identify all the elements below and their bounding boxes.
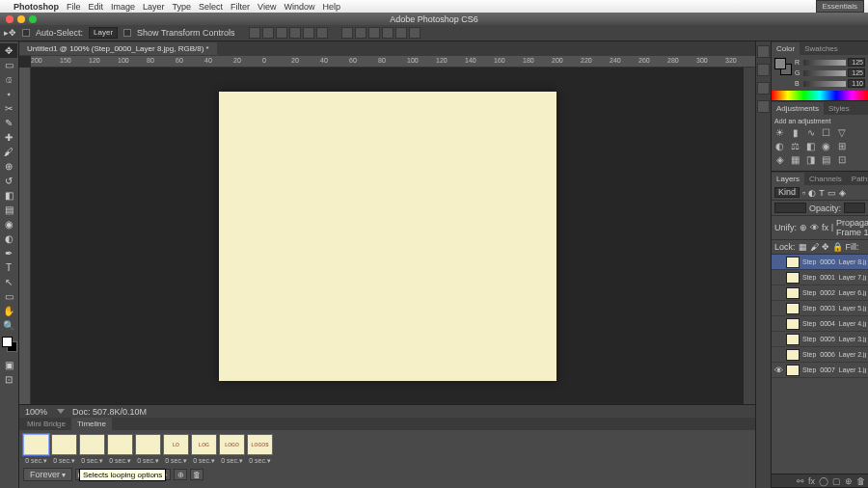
auto-select-checkbox[interactable]: [22, 29, 30, 37]
shape-tool[interactable]: ▭: [0, 289, 17, 304]
layer-thumbnail[interactable]: [786, 272, 800, 284]
r-value[interactable]: 125: [848, 58, 865, 67]
color-swatches[interactable]: [0, 337, 18, 358]
menu-select[interactable]: Select: [199, 2, 223, 12]
opacity-input[interactable]: [844, 203, 865, 213]
tab-mini-bridge[interactable]: Mini Bridge: [21, 418, 71, 430]
app-menu[interactable]: Photoshop: [14, 2, 59, 12]
scrollbar-vertical[interactable]: [744, 68, 755, 404]
layer-filter-kind[interactable]: Kind: [774, 187, 800, 198]
tab-styles[interactable]: Styles: [824, 102, 854, 115]
photo-filter-icon[interactable]: ◉: [821, 141, 831, 151]
levels-icon[interactable]: ▮: [790, 127, 800, 138]
layer-name[interactable]: Step_0004_Layer 4.jpg: [802, 320, 866, 327]
delete-layer-icon[interactable]: 🗑: [856, 476, 865, 486]
menu-file[interactable]: File: [67, 2, 81, 12]
visibility-toggle[interactable]: [773, 288, 783, 298]
layer-thumbnail[interactable]: [786, 349, 800, 361]
pen-tool[interactable]: ✒: [0, 246, 17, 260]
lock-transparency-icon[interactable]: ▦: [799, 242, 807, 252]
tab-timeline[interactable]: Timeline: [71, 418, 112, 430]
layer-row[interactable]: Step_0005_Layer 3.jpg: [772, 332, 868, 347]
layer-thumbnail[interactable]: [786, 334, 800, 345]
visibility-toggle[interactable]: [773, 258, 783, 267]
zoom-tool[interactable]: 🔍: [0, 318, 17, 333]
unify-position-icon[interactable]: ⊕: [800, 223, 807, 232]
b-slider[interactable]: [803, 81, 846, 87]
menu-edit[interactable]: Edit: [89, 2, 104, 12]
tab-swatches[interactable]: Swatches: [800, 42, 843, 55]
bw-icon[interactable]: ◧: [805, 141, 816, 151]
balance-icon[interactable]: ⚖: [790, 141, 800, 151]
propagate-checkbox[interactable]: [831, 224, 833, 231]
posterize-icon[interactable]: ▦: [790, 154, 800, 165]
hue-icon[interactable]: ◐: [774, 141, 785, 151]
layer-name[interactable]: Step_0007_Layer 1.jpg: [802, 366, 866, 373]
layer-name[interactable]: Step_0006_Layer 2.jpg: [802, 351, 866, 358]
filter-shape-icon[interactable]: ▭: [827, 188, 836, 198]
curves-icon[interactable]: ∿: [805, 127, 816, 138]
menu-type[interactable]: Type: [173, 2, 192, 12]
path-tool[interactable]: ↖: [0, 275, 17, 289]
gradient-tool[interactable]: ▤: [0, 203, 17, 217]
align-btn[interactable]: [316, 27, 328, 39]
workspace-switcher[interactable]: Essentials: [816, 0, 864, 13]
crop-tool[interactable]: ✂: [0, 101, 17, 116]
tab-layers[interactable]: Layers: [772, 173, 804, 185]
type-tool[interactable]: T: [0, 260, 17, 275]
menu-view[interactable]: View: [258, 2, 276, 12]
frame-delay[interactable]: 0 sec.▾: [193, 457, 215, 465]
distribute-btn[interactable]: [341, 27, 353, 39]
animation-frame[interactable]: LOGO0 sec.▾: [219, 434, 245, 465]
blend-mode-dropdown[interactable]: [774, 203, 806, 213]
frame-delay[interactable]: 0 sec.▾: [221, 457, 243, 465]
layer-row[interactable]: Step_0004_Layer 4.jpg: [772, 316, 868, 332]
stamp-tool[interactable]: ⊕: [0, 159, 17, 174]
marquee-tool[interactable]: ▭: [0, 58, 17, 72]
frame-delay[interactable]: 0 sec.▾: [25, 457, 47, 465]
dodge-tool[interactable]: ◐: [0, 231, 17, 246]
auto-select-dropdown[interactable]: Layer: [89, 27, 118, 39]
canvas-area[interactable]: [31, 68, 744, 404]
layer-thumbnail[interactable]: [786, 303, 800, 314]
link-layers-icon[interactable]: ⚯: [797, 476, 804, 486]
lock-position-icon[interactable]: ✥: [822, 242, 829, 252]
distribute-btn[interactable]: [382, 27, 393, 39]
frame-delay[interactable]: 0 sec.▾: [137, 457, 159, 465]
foreground-color[interactable]: [2, 337, 13, 347]
minimize-window[interactable]: [17, 15, 25, 23]
new-frame-btn[interactable]: ⊕: [174, 469, 187, 480]
animation-frame[interactable]: 0 sec.▾: [79, 434, 105, 465]
color-spectrum[interactable]: [772, 91, 868, 100]
tab-adjustments[interactable]: Adjustments: [772, 102, 824, 115]
lock-all-icon[interactable]: 🔒: [832, 242, 843, 252]
visibility-toggle[interactable]: [773, 319, 783, 329]
align-btn[interactable]: [262, 27, 274, 39]
layer-name[interactable]: Step_0003_Layer 5.jpg: [802, 305, 866, 312]
g-value[interactable]: 125: [848, 68, 865, 77]
zoom-level[interactable]: 100%: [25, 407, 47, 417]
menu-layer[interactable]: Layer: [143, 2, 165, 12]
animation-frame[interactable]: LO0 sec.▾: [163, 434, 189, 465]
menu-filter[interactable]: Filter: [231, 2, 250, 12]
layer-fx-icon[interactable]: fx: [808, 476, 815, 486]
distribute-btn[interactable]: [368, 27, 380, 39]
tab-color[interactable]: Color: [772, 42, 800, 55]
document-tab[interactable]: Untitled1 @ 100% (Step_0000_Layer 8.jpg,…: [19, 42, 217, 55]
tab-channels[interactable]: Channels: [804, 173, 847, 185]
layer-row[interactable]: Step_0006_Layer 2.jpg: [772, 347, 868, 363]
b-value[interactable]: 110: [848, 79, 865, 88]
layer-thumbnail[interactable]: [786, 365, 800, 376]
brightness-icon[interactable]: ☀: [774, 127, 785, 138]
close-window[interactable]: [6, 15, 14, 23]
frame-delay[interactable]: 0 sec.▾: [109, 457, 131, 465]
layer-thumbnail[interactable]: [786, 257, 800, 268]
animation-frame[interactable]: LOG0 sec.▾: [191, 434, 217, 465]
selective-icon[interactable]: ⊡: [836, 154, 847, 165]
animation-frame[interactable]: 0 sec.▾: [107, 434, 133, 465]
layer-thumbnail[interactable]: [786, 287, 800, 299]
animation-frame[interactable]: 0 sec.▾: [51, 434, 77, 465]
mixer-icon[interactable]: ⊞: [836, 141, 847, 151]
layer-row[interactable]: Step_0000_Layer 8.jpg: [772, 255, 868, 270]
eyedropper-tool[interactable]: ✎: [0, 116, 17, 130]
